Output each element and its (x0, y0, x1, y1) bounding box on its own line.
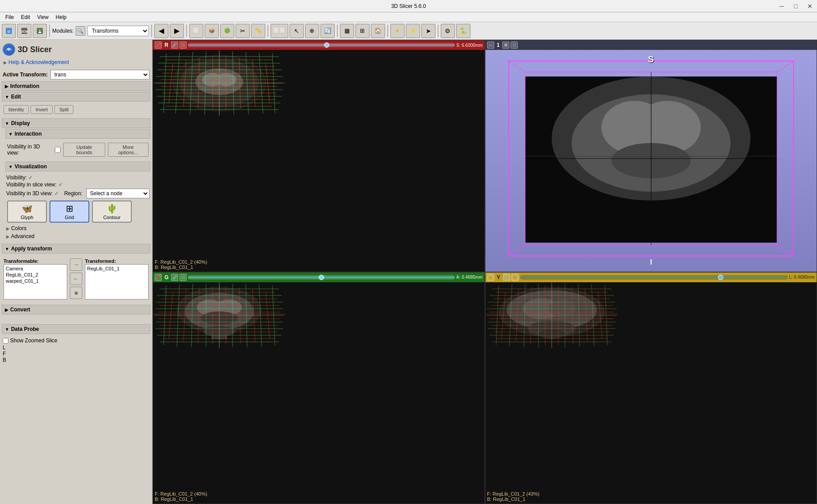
vp-back-btn-3d[interactable]: ↔ (487, 42, 494, 49)
toolbar-reset-btn[interactable]: 🏠 (371, 24, 385, 38)
active-transform-row: Active Transform: trans (2, 68, 150, 81)
toolbar-models-btn[interactable]: 🟢 (220, 24, 234, 38)
section-header-interaction[interactable]: ▼ Interaction (5, 129, 150, 139)
grid-button[interactable]: ⊞ Grid (50, 201, 89, 223)
close-button[interactable]: ✕ (803, 0, 817, 12)
show-zoomed-checkbox[interactable] (3, 338, 8, 344)
contour-button[interactable]: 🌵 Contour (92, 201, 132, 223)
toolbar-crosshair-btn[interactable]: ⊕ (305, 24, 319, 38)
modules-label: Modules: (52, 28, 74, 34)
svg-text:I: I (650, 258, 652, 266)
toolbar-sep7 (438, 25, 439, 37)
transformable-col: Transformable: Camera RegLib_C01_2 warpe… (4, 258, 67, 299)
vp-slider-r[interactable] (188, 43, 455, 47)
region-select[interactable]: Select a node (86, 189, 149, 198)
glyph-icon: 🦋 (22, 203, 33, 214)
viewport-top-left[interactable]: 📌 R 🔗 □ S: 6.6000mm (153, 40, 485, 272)
section-header-edit[interactable]: ▼ Edit (2, 92, 150, 102)
active-transform-select[interactable]: trans (50, 70, 149, 80)
vp-link-btn-g[interactable]: 🔗 (171, 274, 178, 281)
module-search-btn[interactable]: 🔍 (76, 26, 85, 36)
toolbar-volumes-btn[interactable]: 📦 (205, 24, 219, 38)
toolbar-cursor-btn[interactable]: ↖ (290, 24, 304, 38)
viewport-bottom-right[interactable]: ↔ Y 🔗 □ L: 0.4690mm (485, 272, 817, 504)
toolbar-large-btn[interactable]: ⬜⬜ (271, 24, 288, 38)
vp-pin-btn-r[interactable]: 📌 (155, 42, 162, 49)
toolbar-sep5 (337, 25, 338, 37)
toolbar-ruler-btn[interactable]: 📏 (251, 24, 265, 38)
section-header-information[interactable]: ▶ Information (2, 81, 150, 91)
viewport-top-right[interactable]: ↔ 1 ⚙ □ S (485, 40, 817, 272)
section-header-convert[interactable]: ▶ Convert (2, 305, 150, 315)
toolbar-dcm-btn[interactable]: DCM (17, 24, 31, 38)
vp-square-btn-3d[interactable]: □ (511, 42, 518, 49)
menu-view[interactable]: View (34, 13, 52, 21)
vp-slider-thumb-y (718, 275, 723, 280)
apply-transform-label: Apply transform (11, 246, 52, 252)
move-to-transformed-btn[interactable]: → (70, 258, 82, 271)
toolbar-save-btn[interactable]: 💾 (33, 24, 47, 38)
vp-link-btn-r[interactable]: 🔗 (171, 42, 178, 49)
toolbar-data-btn[interactable]: D (2, 24, 16, 38)
vp-back-btn-y[interactable]: ↔ (487, 274, 494, 281)
more-options-button[interactable]: More options... (108, 143, 149, 157)
maximize-button[interactable]: □ (789, 0, 803, 12)
toolbar-ext-btn[interactable]: ⚙ (441, 24, 455, 38)
vp-label-r: R (163, 42, 170, 48)
toolbar-scissors-btn[interactable]: ✂ (236, 24, 250, 38)
display-arrow: ▼ (5, 121, 9, 126)
minimize-button[interactable]: ─ (775, 0, 789, 12)
update-bounds-button[interactable]: Update bounds (63, 143, 105, 157)
vp-pin-btn-g[interactable]: 📌 (155, 274, 162, 281)
toolbar-transform-btn[interactable]: 🔄 (321, 24, 335, 38)
toolbar-sep4 (267, 25, 268, 37)
invert-button[interactable]: Invert (31, 105, 53, 114)
visibility-3d-checkmark: ✓ (54, 190, 59, 197)
colors-label[interactable]: Colors (11, 225, 27, 231)
identity-button[interactable]: Identity (4, 105, 29, 114)
visibility-slice-checkmark: ✓ (58, 182, 63, 188)
help-acknowledgement-link[interactable]: Help & Acknowledgement (8, 59, 69, 65)
toolbar-forward-btn[interactable]: ▶ (170, 24, 184, 38)
section-header-display[interactable]: ▼ Display (2, 118, 150, 128)
toolbar-sep3 (186, 25, 187, 37)
viewport-label-axial: F: RegLib_C01_2 (40%) B: RegLib_C01_1 (155, 259, 207, 270)
vp-gear-btn-3d[interactable]: ⚙ (502, 42, 509, 49)
vp-square-btn-r[interactable]: □ (179, 42, 187, 49)
transformable-list[interactable]: Camera RegLib_C01_2 warped_C01_1 (4, 264, 67, 299)
toolbar-mpr-btn[interactable]: ⊞ (355, 24, 370, 38)
vp-slider-g[interactable] (188, 275, 455, 280)
visibility-3d-checkbox[interactable] (55, 147, 61, 153)
vp-link-btn-y[interactable]: 🔗 (503, 274, 510, 281)
section-header-data-probe[interactable]: ▼ Data Probe (2, 324, 150, 334)
transformed-list[interactable]: RegLib_C01_1 (85, 264, 149, 299)
advanced-label[interactable]: Advanced (11, 233, 34, 239)
vp-slider-y[interactable] (520, 275, 788, 280)
toolbar-python-btn[interactable]: 🐍 (456, 24, 470, 38)
menu-edit[interactable]: Edit (17, 13, 34, 21)
toolbar-wand-btn[interactable]: ⚡ (406, 24, 420, 38)
glyph-button[interactable]: 🦋 Glyph (7, 201, 47, 223)
menu-help[interactable]: Help (52, 13, 70, 21)
menu-file[interactable]: File (2, 13, 17, 21)
vp-slider-thumb-g (319, 275, 324, 280)
interaction-content: Visibility in 3D view: Update bounds Mor… (5, 140, 150, 160)
list-item-camera: Camera (5, 265, 66, 272)
vp-square-btn-g[interactable]: □ (179, 274, 187, 281)
move-to-transformable-btn[interactable]: ← (70, 273, 82, 285)
harden-transform-btn[interactable]: ⊛ (70, 287, 82, 299)
vp-square-btn-y[interactable]: □ (512, 274, 519, 281)
vp-coord-y: L: 0.4690mm (789, 275, 815, 280)
toolbar-slice-btn[interactable]: ▦ (340, 24, 354, 38)
toolbar-back-btn[interactable]: ◀ (154, 24, 168, 38)
split-button[interactable]: Split (54, 105, 73, 114)
viewport-bottom-left[interactable]: 📌 G 🔗 □ A: 0.4685mm (153, 272, 485, 504)
toolbar-arrow-btn[interactable]: ➤ (421, 24, 435, 38)
toolbar-3d-btn[interactable]: ⬜ (189, 24, 203, 38)
visibility-3d-label2: Visibility in 3D view: (6, 190, 53, 197)
module-dropdown[interactable]: Transforms Volumes Models (87, 26, 149, 36)
section-header-apply-transform[interactable]: ▼ Apply transform (2, 244, 150, 254)
svg-text:💾: 💾 (38, 29, 42, 34)
section-header-visualization[interactable]: ▼ Visualization (5, 162, 150, 171)
toolbar-star-btn[interactable]: ✦ (390, 24, 405, 38)
